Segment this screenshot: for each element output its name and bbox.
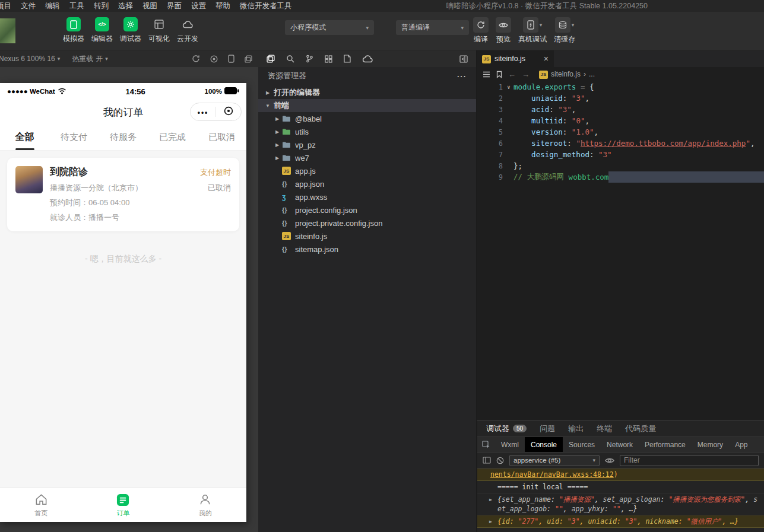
tree-item-label: app.wxss <box>295 193 327 202</box>
close-icon[interactable]: × <box>544 54 549 63</box>
tabbar-item[interactable]: 订单 <box>82 488 164 522</box>
explorer-folder[interactable]: ▶vp_pz <box>258 138 476 151</box>
compile-button[interactable]: 编译 <box>473 17 489 44</box>
explorer-file[interactable]: JSsiteinfo.js <box>258 230 476 243</box>
menu-item[interactable]: 界面 <box>162 0 186 12</box>
tabbar-item[interactable]: 我的 <box>164 488 246 522</box>
devtools-tab[interactable]: Wxml <box>495 437 525 452</box>
detach-window-icon[interactable] <box>245 55 252 63</box>
live-expression-icon[interactable] <box>605 457 614 464</box>
editor-tab-siteinfo[interactable]: JS siteinfo.js × <box>477 50 554 67</box>
hot-reload-toggle[interactable]: 热重载 开 ▾ <box>72 54 108 64</box>
action-label: 编译 <box>474 34 488 44</box>
more-actions-icon[interactable]: ··· <box>457 72 467 81</box>
explorer-file[interactable]: {}sitemap.json <box>258 243 476 256</box>
menu-item[interactable]: 工具 <box>65 0 89 12</box>
devtools-tab[interactable]: App <box>729 437 753 452</box>
expand-icon[interactable]: ▶ <box>489 495 492 505</box>
files-icon[interactable] <box>267 55 275 63</box>
device-select[interactable]: Nexus 6 100% 16 ▾ <box>0 55 60 63</box>
code-text: version: "1.0", <box>513 126 764 138</box>
bookmark-icon[interactable] <box>496 71 502 78</box>
git-branch-icon[interactable] <box>306 55 313 63</box>
explorer-file[interactable]: {}project.private.config.json <box>258 216 476 230</box>
order-card[interactable]: 到院陪诊 支付超时 播播资源一分院（北京市） 已取消 预约时间：06-05 04… <box>7 158 239 231</box>
panel-tab-label: 输出 <box>568 423 584 434</box>
explorer-file[interactable]: ʒapp.wxss <box>258 190 476 203</box>
explorer-section[interactable]: ▼前端 <box>258 99 476 112</box>
devtools-tab[interactable]: Performance <box>639 437 692 452</box>
order-tab[interactable]: 已取消 <box>197 125 246 150</box>
refresh-icon[interactable] <box>192 55 200 63</box>
menu-item[interactable]: 编辑 <box>40 0 65 12</box>
menu-item[interactable]: 选择 <box>113 0 138 12</box>
explorer-file[interactable]: {}project.config.json <box>258 203 476 216</box>
context-select[interactable]: appservice (#5) ▾ <box>509 455 600 466</box>
explorer-section[interactable]: ▶打开的编辑器 <box>258 86 476 99</box>
panel-tab[interactable]: 终端 <box>597 423 612 434</box>
record-icon[interactable] <box>210 55 218 63</box>
status-bar: ●●●●● WeChat 14:56 100% <box>0 83 246 100</box>
order-patient: 就诊人员：播播一号 <box>50 212 231 223</box>
action-label: 真机调试 <box>518 34 547 44</box>
user-avatar[interactable] <box>0 18 15 43</box>
device-frame-icon[interactable] <box>228 55 234 63</box>
compile-mode-select[interactable]: 普通编译 ▾ <box>396 20 469 35</box>
tabbar-item[interactable]: 首页 <box>0 488 82 522</box>
menu-item[interactable]: 文件 <box>16 0 40 12</box>
explorer-folder[interactable]: ▶utils <box>258 125 476 138</box>
breadcrumb[interactable]: JS siteinfo.js › ... <box>539 69 595 79</box>
expand-icon[interactable]: ▶ <box>489 517 492 527</box>
devtools-tab[interactable]: Console <box>525 437 563 452</box>
order-tab[interactable]: 全部 <box>0 125 49 150</box>
editor-button[interactable]: </>编辑器 <box>88 17 116 44</box>
file-icon[interactable] <box>344 55 351 63</box>
code-area[interactable]: 1∨module.exports = {2 uniacid: "3",3 aci… <box>477 81 764 183</box>
explorer-file[interactable]: {}app.json <box>258 177 476 190</box>
panel-tab[interactable]: 调试器50 <box>486 423 527 434</box>
exit-button[interactable] <box>216 103 241 120</box>
explorer-folder[interactable]: ▶we7 <box>258 151 476 164</box>
order-tab[interactable]: 已完成 <box>148 125 197 150</box>
code-line: 9// 大鹏源码网 wobbt.com <box>477 171 764 183</box>
console-filter-input[interactable]: Filter <box>620 455 759 466</box>
order-tab[interactable]: 待服务 <box>99 125 148 150</box>
explorer-folder[interactable]: ▶@babel <box>258 112 476 125</box>
simulator-button[interactable]: 模拟器 <box>59 17 88 44</box>
panel-tab[interactable]: 问题 <box>540 423 555 434</box>
console-sidebar-icon[interactable] <box>483 457 491 464</box>
menu-item[interactable]: 视图 <box>138 0 162 12</box>
cloud-dev-button[interactable]: 云开发 <box>173 17 202 44</box>
remote-debug-button[interactable]: ▾真机调试 <box>518 17 547 44</box>
order-status-tabs: 全部待支付待服务已完成已取消 <box>0 125 246 151</box>
collapse-panel-icon[interactable] <box>459 55 468 63</box>
clear-console-icon[interactable] <box>496 457 504 464</box>
inspect-element-icon[interactable] <box>477 441 495 449</box>
mode-select[interactable]: 小程序模式 ▾ <box>285 20 374 35</box>
menu-item[interactable]: 微信开发者工具 <box>235 0 297 12</box>
outline-icon[interactable] <box>483 71 490 78</box>
extensions-icon[interactable] <box>325 55 332 63</box>
visualization-button[interactable]: 可视化 <box>145 17 173 44</box>
explorer-toolbar <box>258 50 476 67</box>
panel-tab[interactable]: 代码质量 <box>625 423 656 434</box>
preview-button[interactable]: 预览 <box>496 17 511 44</box>
menu-item[interactable]: 设置 <box>186 0 211 12</box>
clear-cache-button[interactable]: ▾清缓存 <box>554 17 575 44</box>
tree-item-label: app.json <box>295 180 324 189</box>
devtools-tab[interactable]: Network <box>601 437 639 452</box>
back-icon[interactable]: ← <box>508 70 516 79</box>
debugger-button[interactable]: 调试器 <box>116 17 145 44</box>
panel-tab[interactable]: 输出 <box>568 423 584 434</box>
more-button[interactable]: ••• <box>191 103 215 120</box>
explorer-file[interactable]: JSapp.js <box>258 164 476 177</box>
order-tab[interactable]: 待支付 <box>49 125 99 150</box>
menu-item[interactable]: 帮助 <box>211 0 235 12</box>
forward-icon[interactable]: → <box>522 70 530 79</box>
devtools-tab[interactable]: Sources <box>563 437 601 452</box>
search-icon[interactable] <box>286 55 294 63</box>
devtools-tab[interactable]: Memory <box>692 437 729 452</box>
menu-item[interactable]: 转到 <box>89 0 113 12</box>
menu-item[interactable]: 项目 <box>0 0 16 12</box>
cloud-icon[interactable] <box>362 55 373 63</box>
